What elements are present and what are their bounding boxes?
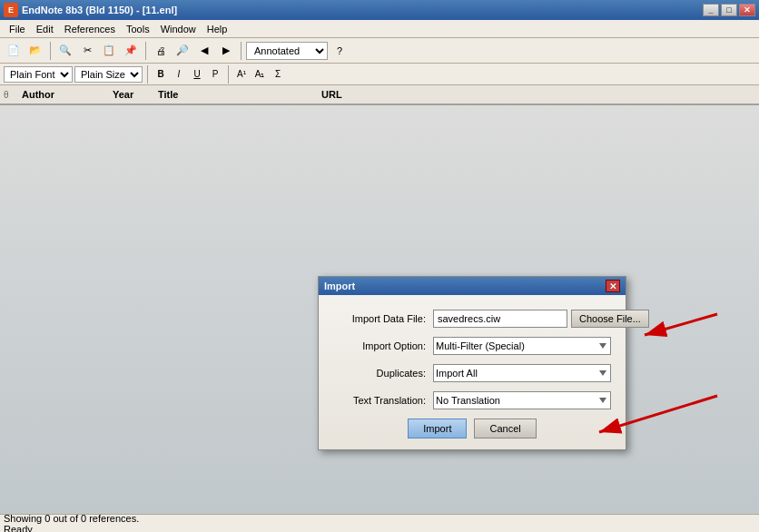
toolbar-copy[interactable]: 📋 <box>99 41 119 61</box>
toolbar-sep2 <box>145 42 146 60</box>
status-bar: Showing 0 out of 0 references. Ready <box>0 514 759 532</box>
minimize-button[interactable]: _ <box>703 4 719 16</box>
toolbar-sep3 <box>241 42 242 60</box>
menu-window[interactable]: Window <box>155 22 202 36</box>
toolbar: 📄 📂 🔍 ✂ 📋 📌 🖨 🔎 ◀ ▶ Annotated ? <box>0 38 759 64</box>
choose-file-button[interactable]: Choose File... <box>571 310 649 328</box>
menu-edit[interactable]: Edit <box>31 22 59 36</box>
format-toolbar: Plain Font Plain Size B I U P A¹ A₁ Σ <box>0 64 759 85</box>
import-data-file-label: Import Data File: <box>333 313 433 324</box>
duplicates-label: Duplicates: <box>333 368 433 379</box>
duplicates-select[interactable]: Import All <box>433 364 611 382</box>
toolbar-help[interactable]: ? <box>330 41 350 61</box>
format-sep1 <box>147 65 148 84</box>
import-data-file-input[interactable] <box>433 310 567 328</box>
menu-tools[interactable]: Tools <box>121 22 155 36</box>
dialog-content: Import Data File: Choose File... Import … <box>319 295 626 449</box>
close-button[interactable]: ✕ <box>739 4 755 16</box>
import-data-file-row: Import Data File: Choose File... <box>333 310 611 328</box>
toolbar-search[interactable]: 🔍 <box>55 41 75 61</box>
menu-file[interactable]: File <box>4 22 31 36</box>
column-header: θ Author Year Title URL <box>0 85 759 105</box>
toolbar-paste[interactable]: 📌 <box>121 41 141 61</box>
menu-references[interactable]: References <box>59 22 121 36</box>
content-area: Import ✕ Import Data File: Choose File..… <box>0 105 759 532</box>
status-references: Showing 0 out of 0 references. <box>4 513 139 524</box>
col-url[interactable]: URL <box>318 89 390 100</box>
app-window: E EndNote 8b3 (Bld 1150) - [11.enl] _ □ … <box>0 0 759 532</box>
subscript-button[interactable]: A₁ <box>251 66 268 83</box>
dialog-title: Import <box>324 281 355 291</box>
style-dropdown[interactable]: Annotated <box>246 42 328 60</box>
dialog-title-bar: Import ✕ <box>319 277 626 295</box>
title-bar-text: EndNote 8b3 (Bld 1150) - [11.enl] <box>22 5 703 15</box>
font-dropdown[interactable]: Plain Font <box>4 66 73 83</box>
underline-button[interactable]: U <box>189 66 205 83</box>
app-icon: E <box>4 3 18 17</box>
import-option-label: Import Option: <box>333 340 433 351</box>
toolbar-cut[interactable]: ✂ <box>77 41 97 61</box>
import-option-select[interactable]: Multi-Filter (Special) <box>433 337 611 355</box>
text-translation-group: No Translation <box>433 391 611 409</box>
toolbar-open[interactable]: 📂 <box>25 41 45 61</box>
cancel-button[interactable]: Cancel <box>474 419 536 438</box>
import-button[interactable]: Import <box>408 419 467 438</box>
toolbar-find[interactable]: 🔎 <box>172 41 192 61</box>
superscript-button[interactable]: A¹ <box>233 66 250 83</box>
plain-button[interactable]: P <box>207 66 223 83</box>
format-sep2 <box>228 65 229 84</box>
toolbar-print[interactable]: 🖨 <box>151 41 171 61</box>
bold-button[interactable]: B <box>153 66 169 83</box>
toolbar-new[interactable]: 📄 <box>4 41 24 61</box>
import-option-group: Multi-Filter (Special) <box>433 337 611 355</box>
dialog-buttons: Import Cancel <box>333 419 611 438</box>
menu-bar: File Edit References Tools Window Help <box>0 20 759 38</box>
text-translation-select[interactable]: No Translation <box>433 391 611 409</box>
toolbar-nav-left[interactable]: ◀ <box>194 41 214 61</box>
col-icon: θ <box>4 90 18 100</box>
text-translation-label: Text Translation: <box>333 395 433 406</box>
toolbar-nav-right[interactable]: ▶ <box>216 41 236 61</box>
import-dialog: Import ✕ Import Data File: Choose File..… <box>318 276 626 450</box>
text-translation-row: Text Translation: No Translation <box>333 391 611 409</box>
import-data-file-group: Choose File... <box>433 310 649 328</box>
title-bar: E EndNote 8b3 (Bld 1150) - [11.enl] _ □ … <box>0 0 759 20</box>
dialog-close-button[interactable]: ✕ <box>606 280 620 292</box>
col-author[interactable]: Author <box>18 89 109 100</box>
title-bar-buttons: _ □ ✕ <box>703 4 755 16</box>
toolbar-sep1 <box>50 42 51 60</box>
duplicates-group: Import All <box>433 364 611 382</box>
size-dropdown[interactable]: Plain Size <box>74 66 143 83</box>
symbol-button[interactable]: Σ <box>270 66 286 83</box>
duplicates-row: Duplicates: Import All <box>333 364 611 382</box>
italic-button[interactable]: I <box>171 66 187 83</box>
menu-help[interactable]: Help <box>202 22 233 36</box>
col-title[interactable]: Title <box>154 89 318 100</box>
col-year[interactable]: Year <box>109 89 154 100</box>
status-ready: Ready <box>4 524 139 533</box>
maximize-button[interactable]: □ <box>721 4 737 16</box>
import-option-row: Import Option: Multi-Filter (Special) <box>333 337 611 355</box>
